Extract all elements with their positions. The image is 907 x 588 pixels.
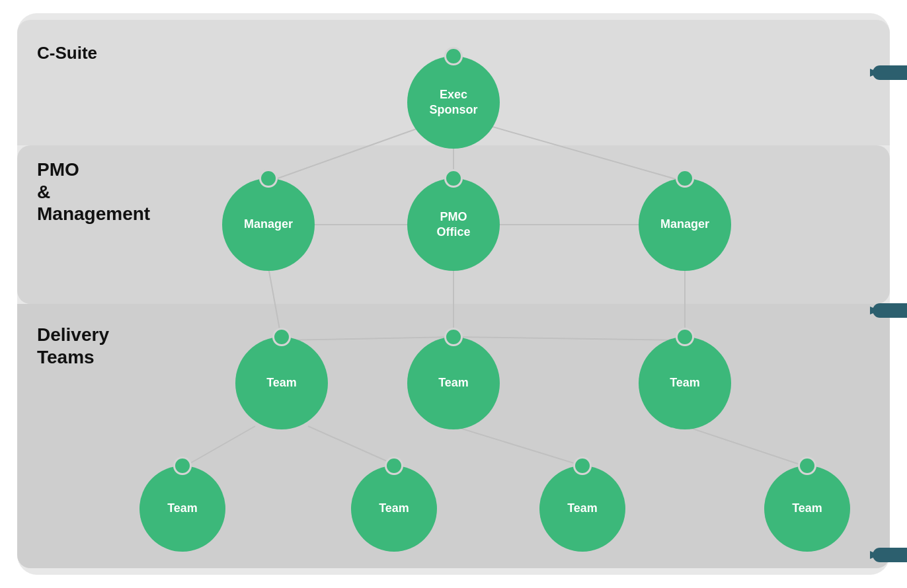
team2-node: Team: [407, 337, 500, 429]
manager1-label: Manager: [244, 217, 293, 232]
team4-label: Team: [167, 501, 198, 516]
team1-label: Team: [266, 375, 297, 390]
manager2-node: Manager: [639, 178, 731, 271]
team6-node: Team: [539, 466, 625, 552]
pmo-label: PMO & Management: [37, 159, 150, 225]
delivery-label: Delivery Teams: [37, 324, 109, 368]
team1-node: Team: [235, 337, 328, 429]
pmo-office-label: PMO Office: [436, 209, 470, 240]
diagram-wrapper: C-Suite PMO & Management Delivery Teams: [0, 0, 907, 588]
csuite-label: C-Suite: [37, 43, 97, 63]
team3-label: Team: [670, 375, 700, 390]
manager1-node: Manager: [222, 178, 315, 271]
team5-label: Team: [379, 501, 409, 516]
team4-node: Team: [139, 466, 225, 552]
team2-label: Team: [438, 375, 469, 390]
arrow-bracket: [870, 53, 907, 575]
team5-node: Team: [351, 466, 437, 552]
exec-sponsor-node: Exec Sponsor: [407, 56, 500, 149]
team6-label: Team: [567, 501, 598, 516]
diagram-container: C-Suite PMO & Management Delivery Teams: [17, 13, 890, 575]
pmo-office-node: PMO Office: [407, 178, 500, 271]
team7-label: Team: [792, 501, 822, 516]
exec-sponsor-label: Exec Sponsor: [429, 87, 477, 118]
team7-node: Team: [764, 466, 850, 552]
team3-node: Team: [639, 337, 731, 429]
manager2-label: Manager: [660, 217, 709, 232]
